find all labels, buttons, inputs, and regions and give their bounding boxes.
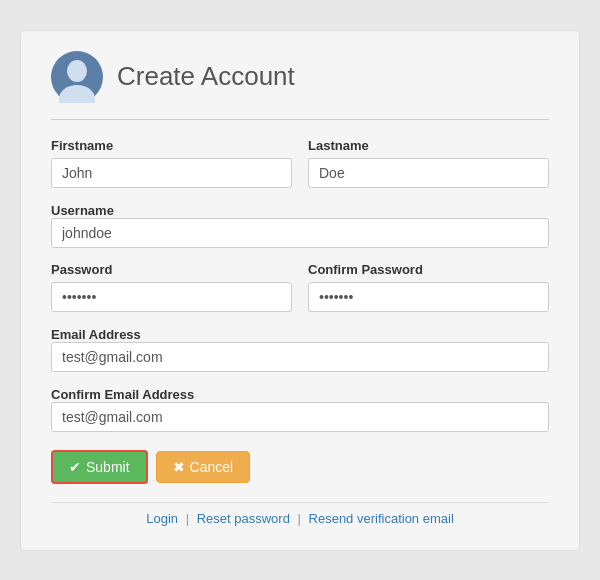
firstname-label: Firstname [51,138,292,153]
confirm-email-input[interactable] [51,402,549,432]
email-label: Email Address [51,327,141,342]
confirm-password-group: Confirm Password [308,262,549,312]
create-account-card: Create Account Firstname Lastname Userna… [20,30,580,551]
password-row: Password Confirm Password [51,262,549,312]
times-icon: ✖ [173,459,185,475]
avatar-icon [51,51,103,103]
password-label: Password [51,262,292,277]
confirm-password-label: Confirm Password [308,262,549,277]
confirm-email-label: Confirm Email Address [51,387,194,402]
svg-point-1 [67,60,87,82]
email-input[interactable] [51,342,549,372]
username-group: Username [51,202,549,248]
lastname-input[interactable] [308,158,549,188]
cancel-button[interactable]: ✖ Cancel [156,451,251,483]
button-row: ✔ Submit ✖ Cancel [51,450,549,484]
firstname-lastname-row: Firstname Lastname [51,138,549,188]
login-link[interactable]: Login [146,511,178,526]
page-title: Create Account [117,61,295,92]
submit-button[interactable]: ✔ Submit [51,450,148,484]
firstname-input[interactable] [51,158,292,188]
submit-label: Submit [86,459,130,475]
username-label: Username [51,203,114,218]
lastname-group: Lastname [308,138,549,188]
password-input[interactable] [51,282,292,312]
firstname-group: Firstname [51,138,292,188]
username-input[interactable] [51,218,549,248]
cancel-label: Cancel [190,459,234,475]
password-group: Password [51,262,292,312]
confirm-email-group: Confirm Email Address [51,386,549,432]
card-header: Create Account [51,51,549,120]
email-group: Email Address [51,326,549,372]
footer-links: Login | Reset password | Resend verifica… [51,502,549,526]
separator-2: | [298,511,301,526]
confirm-password-input[interactable] [308,282,549,312]
checkmark-icon: ✔ [69,459,81,475]
reset-password-link[interactable]: Reset password [197,511,290,526]
separator-1: | [186,511,189,526]
resend-verification-link[interactable]: Resend verification email [309,511,454,526]
lastname-label: Lastname [308,138,549,153]
